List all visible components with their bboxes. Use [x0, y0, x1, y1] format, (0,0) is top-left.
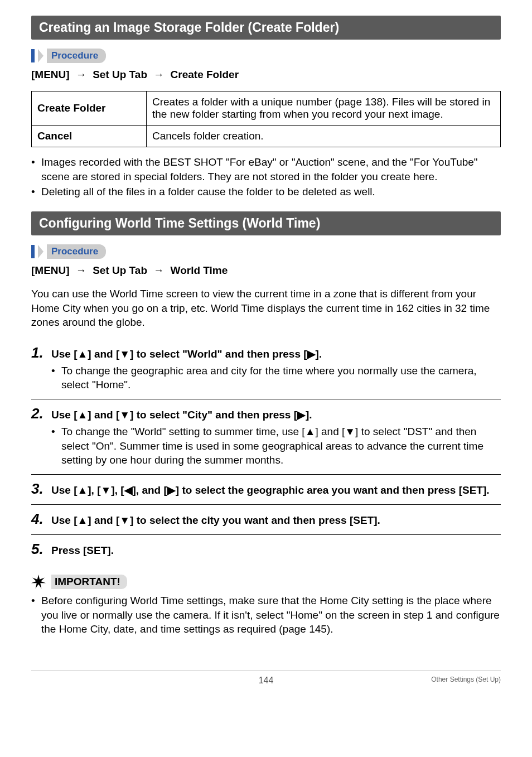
bullet-dot: •: [51, 425, 61, 467]
step-title: Use [▲], [▼], [◀], and [▶] to select the…: [51, 483, 501, 498]
bullet-dot: •: [31, 594, 41, 637]
arrow-right-icon: →: [153, 264, 164, 276]
svg-marker-0: [31, 575, 46, 589]
burst-icon: [31, 575, 46, 589]
up-triangle-icon: ▲: [77, 409, 88, 421]
important-text: Before configuring World Time settings, …: [41, 594, 501, 637]
bullet-dot: •: [31, 155, 41, 184]
up-triangle-icon: ▲: [77, 514, 88, 526]
step-sub-text: To change the "World" setting to summer …: [61, 425, 501, 467]
step-3: 3. Use [▲], [▼], [◀], and [▶] to select …: [31, 475, 501, 505]
bullet-dot: •: [51, 364, 61, 392]
procedure-arrow-icon: [38, 49, 43, 62]
menu-path-part: Create Folder: [171, 69, 239, 80]
bullet-text: Deleting all of the files in a folder ca…: [41, 185, 501, 199]
bullet-text: Images recorded with the BEST SHOT "For …: [41, 155, 501, 184]
up-triangle-icon: ▲: [305, 426, 316, 437]
important-body: • Before configuring World Time settings…: [31, 594, 501, 637]
procedure-row-1: Procedure: [31, 49, 501, 63]
down-triangle-icon: ▼: [119, 409, 130, 421]
up-triangle-icon: ▲: [77, 348, 88, 360]
bullet-dot: •: [31, 185, 41, 199]
step-1: 1. Use [▲] and [▼] to select "World" and…: [31, 339, 501, 399]
intro-paragraph: You can use the World Time screen to vie…: [31, 287, 501, 330]
section-title-create-folder: Creating an Image Storage Folder (Create…: [31, 16, 501, 40]
menu-path-1: [MENU] → Set Up Tab → Create Folder: [31, 69, 501, 81]
list-item: • Deleting all of the files in a folder …: [31, 185, 501, 199]
procedure-row-2: Procedure: [31, 244, 501, 259]
procedure-label: Procedure: [47, 49, 106, 63]
menu-path-part: Set Up Tab: [93, 69, 147, 80]
down-triangle-icon: ▼: [101, 484, 112, 496]
down-triangle-icon: ▼: [119, 514, 130, 526]
step-number: 5.: [31, 541, 51, 558]
list-item: • Images recorded with the BEST SHOT "Fo…: [31, 155, 501, 184]
table-row: Create Folder Creates a folder with a un…: [32, 91, 501, 126]
procedure-arrow-icon: [38, 245, 43, 258]
menu-path-part: [MENU]: [31, 69, 70, 80]
arrow-right-icon: →: [153, 69, 164, 80]
step-number: 1.: [31, 344, 51, 361]
table-cell-head: Cancel: [32, 126, 147, 147]
table-cell-body: Creates a folder with a unique number (p…: [147, 91, 501, 126]
table-row: Cancel Cancels folder creation.: [32, 126, 501, 147]
right-triangle-icon: ▶: [307, 348, 316, 360]
important-label: IMPORTANT!: [51, 575, 127, 589]
step-number: 3.: [31, 480, 51, 498]
step-body: • To change the "World" setting to summe…: [31, 425, 501, 467]
menu-path-2: [MENU] → Set Up Tab → World Time: [31, 264, 501, 277]
create-folder-table: Create Folder Creates a folder with a un…: [31, 91, 501, 147]
menu-path-part: Set Up Tab: [93, 264, 147, 276]
step-number: 2.: [31, 405, 51, 422]
procedure-label: Procedure: [47, 244, 106, 259]
left-triangle-icon: ◀: [124, 484, 133, 496]
right-triangle-icon: ▶: [167, 484, 176, 496]
up-triangle-icon: ▲: [77, 484, 88, 496]
page-number: 144: [259, 676, 274, 686]
page-footer: 144 Other Settings (Set Up): [31, 670, 501, 686]
step-title: Press [SET].: [51, 543, 501, 558]
step-title: Use [▲] and [▼] to select the city you w…: [51, 513, 501, 528]
arrow-right-icon: →: [76, 264, 86, 276]
section-title-world-time: Configuring World Time Settings (World T…: [31, 211, 501, 235]
procedure-bar-icon: [31, 245, 35, 258]
footer-section-label: Other Settings (Set Up): [431, 676, 501, 683]
bullet-list-1: • Images recorded with the BEST SHOT "Fo…: [31, 155, 501, 199]
step-title: Use [▲] and [▼] to select "City" and the…: [51, 408, 501, 422]
step-5: 5. Press [SET].: [31, 535, 501, 565]
right-triangle-icon: ▶: [297, 409, 306, 421]
important-header: IMPORTANT!: [31, 575, 501, 589]
step-4: 4. Use [▲] and [▼] to select the city yo…: [31, 505, 501, 535]
procedure-bar-icon: [31, 49, 35, 62]
down-triangle-icon: ▼: [119, 348, 130, 360]
table-cell-body: Cancels folder creation.: [147, 126, 501, 147]
footer-divider: [31, 670, 501, 671]
menu-path-part: [MENU]: [31, 264, 70, 276]
step-sub-text: To change the geographic area and city f…: [61, 364, 501, 392]
step-2: 2. Use [▲] and [▼] to select "City" and …: [31, 399, 501, 475]
step-title: Use [▲] and [▼] to select "World" and th…: [51, 347, 501, 361]
step-number: 4.: [31, 510, 51, 528]
menu-path-part: World Time: [171, 264, 228, 276]
arrow-right-icon: →: [76, 69, 86, 80]
down-triangle-icon: ▼: [345, 426, 355, 437]
table-cell-head: Create Folder: [32, 91, 147, 126]
step-body: • To change the geographic area and city…: [31, 364, 501, 392]
